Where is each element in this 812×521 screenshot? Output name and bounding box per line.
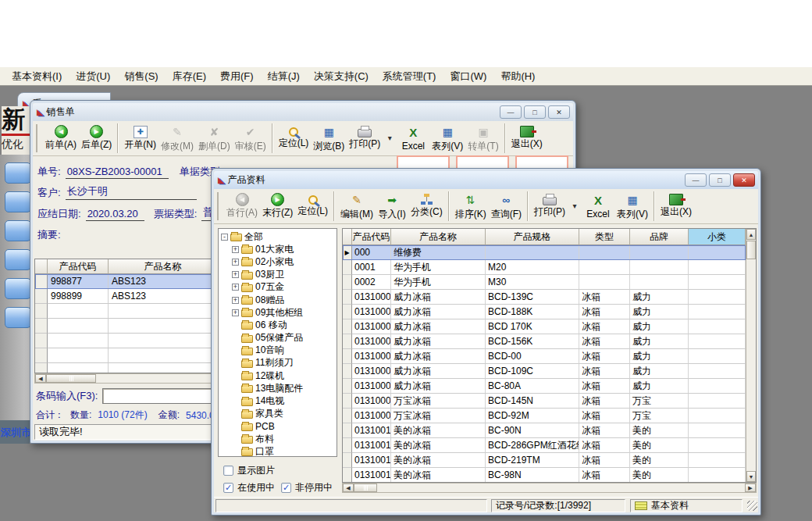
column-header[interactable] <box>35 259 48 274</box>
checkbox-icon[interactable] <box>223 466 233 476</box>
locate-button[interactable]: 定位(L) <box>276 127 312 151</box>
sales-window-titlebar[interactable]: ◣ 销售单 — □ ✕ <box>33 103 573 121</box>
menu-item[interactable]: 窗口(W) <box>443 67 493 86</box>
locate-button[interactable]: 定位(L) <box>295 194 330 219</box>
menu-item[interactable]: 费用(F) <box>213 67 261 86</box>
column-header[interactable]: 类型 <box>579 229 630 245</box>
sort-button[interactable]: ⇅ 排序(K) <box>453 191 489 222</box>
tree-item[interactable]: PCB <box>232 420 337 433</box>
table-row[interactable]: 01310005 威力冰箱 BCD-00 冰箱 威力 <box>343 349 746 364</box>
column-header[interactable]: 小类 <box>689 229 746 245</box>
new-order-button[interactable]: ✚ 开单(N) <box>122 125 158 152</box>
menu-item[interactable]: 基本资料(I) <box>5 67 69 86</box>
table-row[interactable]: 01310004 威力冰箱 BCD-156K 冰箱 威力 <box>343 334 746 349</box>
column-header[interactable]: 产品代码 <box>352 229 391 245</box>
close-button[interactable]: ✕ <box>548 105 570 119</box>
scrollbar-thumb[interactable] <box>46 374 96 383</box>
table-row[interactable]: 01310002 威力冰箱 BCD-188K 冰箱 威力 <box>343 305 746 319</box>
tree-expander[interactable]: + <box>232 309 239 316</box>
due-date-field[interactable]: 2020.03.20 <box>86 208 144 221</box>
nav-button[interactable] <box>5 220 31 241</box>
print-button[interactable]: 打印(P) <box>347 125 383 152</box>
table-row[interactable]: 01310006 威力冰箱 BCD-109C 冰箱 威力 <box>343 364 746 379</box>
tree-item[interactable]: + 03厨卫 <box>232 269 337 281</box>
tree-expander[interactable]: + <box>232 246 239 253</box>
table-row[interactable]: 0002 华为手机 M30 <box>343 275 746 290</box>
exit-button[interactable]: 退出(X) <box>658 193 694 219</box>
next-order-button[interactable]: ▶ 后单(Z) <box>79 124 114 152</box>
in-use-filter[interactable]: ✓ 在使用中 <box>223 481 275 494</box>
tree-item[interactable]: 06 移动 <box>232 319 337 331</box>
table-row[interactable]: 01310012 美的冰箱 BCD-219TM 冰箱 美的 <box>343 453 746 468</box>
category-button[interactable]: 分类(C) <box>408 193 445 219</box>
column-header[interactable]: 产品代码 <box>48 259 109 274</box>
query-button[interactable]: ∞ 查询(F) <box>489 191 524 222</box>
table-row[interactable]: 01310013 美的冰箱 BC-98N 冰箱 美的 <box>343 468 746 482</box>
tree-item[interactable]: + 07五金 <box>232 281 337 294</box>
scroll-left-icon[interactable]: ◀ <box>35 374 46 383</box>
menu-item[interactable]: 销售(S) <box>117 67 165 86</box>
tree-item[interactable]: 11剃须刀 <box>232 357 337 369</box>
menu-item[interactable]: 决策支持(C) <box>307 67 376 86</box>
column-header[interactable]: 品牌 <box>630 229 689 245</box>
tree-item[interactable]: 布料 <box>232 433 337 445</box>
transfer-button[interactable]: ▣ 转单(T) <box>465 123 500 154</box>
tree-item[interactable]: + 01大家电 <box>232 243 337 255</box>
maximize-button[interactable]: □ <box>524 105 546 119</box>
column-header[interactable] <box>343 229 352 245</box>
menu-item[interactable]: 库存(E) <box>166 67 213 86</box>
tree-item[interactable]: 13电脑配件 <box>232 382 337 394</box>
columns-button[interactable]: ▦ 表列(V) <box>429 123 465 154</box>
product-v-scrollbar[interactable]: ▲ ▼ <box>746 229 756 482</box>
delete-order-button[interactable]: ✘ 删单(D) <box>196 123 233 154</box>
menu-item[interactable]: 结算(J) <box>261 67 307 86</box>
scrollbar-thumb[interactable] <box>354 484 377 492</box>
checkbox-icon[interactable]: ✓ <box>223 483 233 493</box>
toolbar-grip[interactable] <box>217 192 220 220</box>
edit-button[interactable]: ✎ 编辑(M) <box>338 191 376 222</box>
menu-item[interactable]: 系统管理(T) <box>376 67 443 86</box>
not-disabled-filter[interactable]: ✓ 非停用中 <box>281 481 333 494</box>
excel-button[interactable]: X Excel <box>397 124 429 152</box>
tree-item[interactable]: 家具类 <box>232 408 337 420</box>
tree-item[interactable]: 10音响 <box>232 344 337 357</box>
table-row[interactable]: 01310008 万宝冰箱 BCD-145N 冰箱 万宝 <box>343 394 746 409</box>
tree-item[interactable]: 12碟机 <box>232 369 337 382</box>
modify-button[interactable]: ✎ 修改(M) <box>158 123 196 154</box>
minimize-button[interactable]: — <box>500 105 522 119</box>
tree-expander[interactable]: + <box>232 284 239 291</box>
import-button[interactable]: ➡ 导入(I) <box>376 191 408 222</box>
tree-item[interactable]: + 08赠品 <box>232 294 337 306</box>
nav-button[interactable] <box>5 307 31 328</box>
print-dropdown[interactable]: ▾ <box>568 198 582 214</box>
print-dropdown[interactable]: ▾ <box>383 130 397 146</box>
column-header[interactable]: 产品规格 <box>486 229 579 245</box>
checkbox-icon[interactable]: ✓ <box>281 483 291 493</box>
tree-expander[interactable]: + <box>232 259 239 266</box>
product-h-scrollbar[interactable]: ◀ ▶ <box>342 483 757 493</box>
scrollbar-thumb[interactable] <box>746 241 756 259</box>
column-header[interactable]: 产品名称 <box>109 259 218 274</box>
scroll-right-icon[interactable]: ▶ <box>745 484 756 492</box>
exit-button[interactable]: 退出(X) <box>509 125 545 152</box>
last-row-button[interactable]: ▶ 末行(Z) <box>260 192 295 220</box>
table-row[interactable]: 01310011 美的冰箱 BCD-286GPM红酒花纹 冰箱 美的 <box>343 438 746 453</box>
table-row[interactable]: 0001 华为手机 M20 <box>343 260 746 275</box>
menu-item[interactable]: 帮助(H) <box>493 67 542 86</box>
audit-button[interactable]: ✔ 审核(E) <box>233 123 269 154</box>
tree-item[interactable]: 14电视 <box>232 394 337 407</box>
customer-field[interactable]: 长沙干明 <box>66 184 197 200</box>
tree-item[interactable]: 05保健产品 <box>232 332 337 344</box>
menu-item[interactable]: 进货(U) <box>69 67 117 86</box>
scroll-left-icon[interactable]: ◀ <box>343 484 354 492</box>
column-header[interactable]: 产品名称 <box>391 229 486 245</box>
tree-expander[interactable]: - <box>221 234 228 241</box>
nav-button[interactable] <box>5 278 31 299</box>
close-button[interactable]: ✕ <box>733 173 755 187</box>
order-no-field[interactable]: 08XS-ZB2003-00001 <box>66 166 169 179</box>
tree-item[interactable]: + 09其他柜组 <box>232 306 337 319</box>
resize-grip[interactable] <box>747 501 757 511</box>
tree-expander[interactable]: + <box>232 297 239 304</box>
tree-item[interactable]: 口罩 <box>232 445 337 457</box>
excel-button[interactable]: X Excel <box>582 192 614 220</box>
